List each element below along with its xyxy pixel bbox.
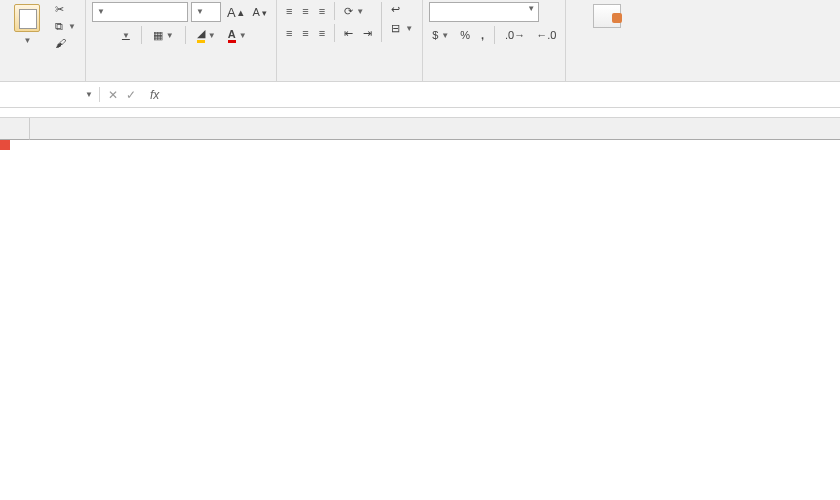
- align-right-button[interactable]: ≡: [316, 26, 328, 40]
- select-all-corner[interactable]: [0, 118, 30, 140]
- copy-button[interactable]: ⧉▼: [52, 19, 79, 34]
- comma-format-button[interactable]: ,: [478, 28, 487, 42]
- formula-input[interactable]: [165, 84, 840, 105]
- merge-center-button[interactable]: ⊟▼: [388, 21, 416, 36]
- number-group-label: [429, 77, 559, 81]
- increase-font-button[interactable]: A▴: [224, 4, 247, 21]
- bold-button[interactable]: [92, 34, 98, 36]
- conditional-formatting-button[interactable]: [572, 2, 642, 30]
- font-color-icon: A: [228, 28, 236, 43]
- cut-button[interactable]: ✂: [52, 2, 79, 17]
- selection-outline: [0, 140, 4, 144]
- brush-icon: 🖌: [55, 37, 66, 49]
- scissors-icon: ✂: [55, 3, 64, 16]
- cancel-formula-button[interactable]: ✕: [108, 88, 118, 102]
- fx-icon[interactable]: fx: [144, 88, 165, 102]
- name-box[interactable]: ▼: [0, 87, 100, 102]
- font-color-button[interactable]: A▼: [225, 27, 250, 44]
- alignment-group-label: [283, 77, 416, 81]
- accept-formula-button[interactable]: ✓: [126, 88, 136, 102]
- align-center-button[interactable]: ≡: [299, 26, 311, 40]
- chevron-down-icon: ▼: [68, 22, 76, 31]
- clipboard-icon: [14, 4, 40, 32]
- align-left-button[interactable]: ≡: [283, 26, 295, 40]
- underline-button[interactable]: ▼: [116, 30, 133, 41]
- clipboard-group-label: [6, 77, 79, 81]
- highlight-annotation: [0, 140, 10, 150]
- increase-indent-button[interactable]: ⇥: [360, 26, 375, 41]
- number-group: ▼ $▼ % , .0→ ←.0: [423, 0, 566, 81]
- format-painter-button[interactable]: 🖌: [52, 36, 79, 50]
- number-format-select[interactable]: ▼: [429, 2, 539, 22]
- borders-button[interactable]: ▦▼: [150, 28, 177, 43]
- border-icon: ▦: [153, 29, 163, 42]
- decrease-decimal-button[interactable]: ←.0: [533, 28, 559, 42]
- align-top-button[interactable]: ≡: [283, 4, 295, 18]
- accounting-format-button[interactable]: $▼: [429, 28, 452, 42]
- conditional-formatting-icon: [593, 4, 621, 28]
- styles-group: [566, 0, 648, 81]
- italic-button[interactable]: [104, 34, 110, 36]
- wrap-text-button[interactable]: ↩: [388, 2, 416, 17]
- align-middle-button[interactable]: ≡: [299, 4, 311, 18]
- wrap-icon: ↩: [391, 3, 400, 16]
- font-size-select[interactable]: ▼: [191, 2, 221, 22]
- orientation-button[interactable]: ⟳▼: [341, 4, 367, 19]
- styles-group-label: [572, 77, 642, 81]
- ribbon: ▼ ✂ ⧉▼ 🖌 ▼ ▼ A▴ A▾ ▼: [0, 0, 840, 82]
- align-bottom-button[interactable]: ≡: [316, 4, 328, 18]
- font-group: ▼ ▼ A▴ A▾ ▼ ▦▼ ◢▼ A▼: [86, 0, 277, 81]
- bucket-icon: ◢: [197, 27, 205, 43]
- decrease-font-button[interactable]: A▾: [250, 5, 270, 19]
- font-name-select[interactable]: ▼: [92, 2, 188, 22]
- increase-decimal-button[interactable]: .0→: [502, 28, 528, 42]
- chevron-down-icon: ▼: [24, 36, 32, 45]
- paste-button[interactable]: ▼: [6, 2, 48, 45]
- merge-icon: ⊟: [391, 22, 400, 35]
- decrease-indent-button[interactable]: ⇤: [341, 26, 356, 41]
- formula-bar: ▼ ✕ ✓ fx: [0, 82, 840, 108]
- percent-format-button[interactable]: %: [457, 28, 473, 42]
- column-headers: [30, 118, 840, 140]
- copy-icon: ⧉: [55, 20, 63, 33]
- font-group-label: [92, 77, 270, 81]
- clipboard-group: ▼ ✂ ⧉▼ 🖌: [0, 0, 86, 81]
- fill-color-button[interactable]: ◢▼: [194, 26, 219, 44]
- spreadsheet: [0, 118, 840, 140]
- alignment-group: ≡ ≡ ≡ ⟳▼ ≡ ≡ ≡ ⇤ ⇥ ↩ ⊟▼: [277, 0, 423, 81]
